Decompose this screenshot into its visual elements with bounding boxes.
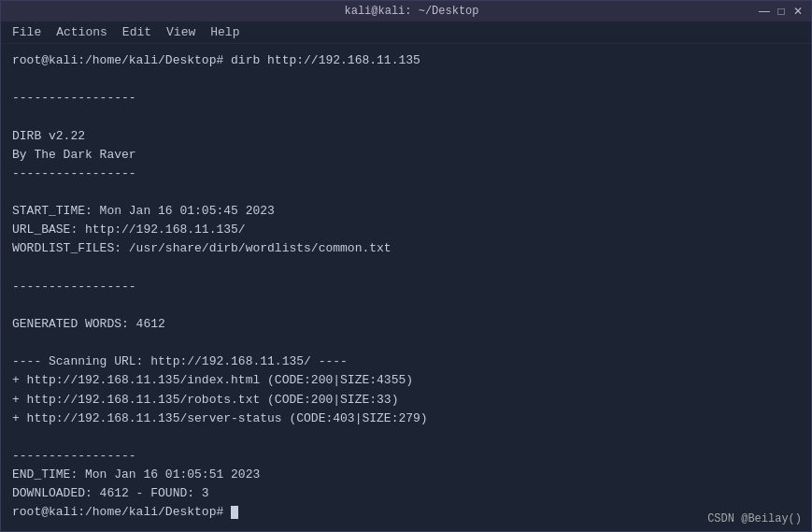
title-bar: kali@kali: ~/Desktop — □ ✕: [1, 1, 811, 22]
window-title: kali@kali: ~/Desktop: [64, 5, 759, 18]
menu-actions[interactable]: Actions: [49, 23, 115, 41]
window-controls: — □ ✕: [759, 6, 804, 17]
watermark: CSDN @Beilay(): [707, 512, 802, 525]
menu-view[interactable]: View: [159, 23, 203, 41]
minimize-button[interactable]: —: [759, 6, 770, 17]
menu-file[interactable]: File: [5, 23, 49, 41]
close-button[interactable]: ✕: [792, 6, 804, 17]
terminal-body[interactable]: root@kali:/home/kali/Desktop# dirb http:…: [1, 44, 811, 531]
maximize-button[interactable]: □: [776, 6, 787, 17]
menu-help[interactable]: Help: [203, 23, 247, 41]
terminal-output: root@kali:/home/kali/Desktop# dirb http:…: [12, 51, 800, 523]
menu-bar: File Actions Edit View Help: [1, 22, 811, 44]
terminal-window: kali@kali: ~/Desktop — □ ✕ File Actions …: [0, 0, 812, 532]
menu-edit[interactable]: Edit: [115, 23, 159, 41]
